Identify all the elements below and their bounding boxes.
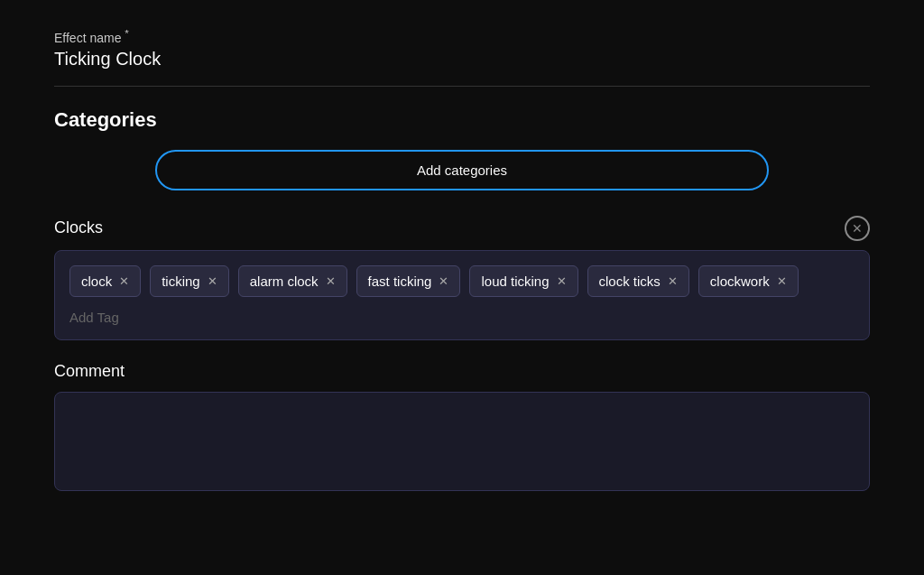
clocks-category-block: Clocks ✕ clock✕ticking✕alarm clock✕fast … — [54, 216, 870, 340]
tag-label: loud ticking — [481, 274, 549, 289]
tag: fast ticking✕ — [356, 265, 461, 297]
effect-name-value: Ticking Clock — [54, 49, 870, 70]
effect-name-section: Effect name * Ticking Clock — [54, 27, 870, 70]
comment-section: Comment — [54, 362, 870, 495]
tag-label: clock ticks — [599, 274, 661, 289]
tag-remove-button[interactable]: ✕ — [668, 275, 678, 287]
section-divider — [54, 86, 870, 87]
page-container: Effect name * Ticking Clock Categories A… — [0, 0, 924, 522]
tag: loud ticking✕ — [469, 265, 578, 297]
tag: clockwork✕ — [698, 265, 799, 297]
comment-label: Comment — [54, 362, 870, 381]
add-categories-button[interactable]: Add categories — [155, 150, 769, 190]
tag-label: clockwork — [710, 274, 770, 289]
tag-remove-button[interactable]: ✕ — [119, 275, 129, 287]
tag-remove-button[interactable]: ✕ — [439, 275, 448, 287]
tag-remove-button[interactable]: ✕ — [326, 275, 336, 287]
category-name: Clocks — [54, 218, 103, 237]
tag-label: clock — [81, 274, 112, 289]
remove-category-icon: ✕ — [852, 221, 863, 236]
tag: ticking✕ — [150, 265, 229, 297]
category-header: Clocks ✕ — [54, 216, 870, 241]
tag: clock✕ — [69, 265, 141, 297]
tag-label: alarm clock — [250, 274, 319, 289]
categories-section: Categories Add categories — [54, 108, 870, 190]
add-tag-input[interactable] — [69, 310, 241, 325]
categories-title: Categories — [54, 108, 870, 132]
tag-remove-button[interactable]: ✕ — [208, 275, 217, 287]
tags-container: clock✕ticking✕alarm clock✕fast ticking✕l… — [54, 250, 870, 340]
tag-remove-button[interactable]: ✕ — [777, 275, 787, 287]
remove-category-button[interactable]: ✕ — [845, 216, 870, 241]
tag: clock ticks✕ — [587, 265, 689, 297]
effect-name-label: Effect name * — [54, 27, 870, 45]
tag: alarm clock✕ — [238, 265, 347, 297]
tag-label: fast ticking — [368, 274, 432, 289]
tag-remove-button[interactable]: ✕ — [557, 275, 567, 287]
tag-label: ticking — [162, 274, 200, 289]
comment-textarea[interactable] — [54, 392, 870, 491]
